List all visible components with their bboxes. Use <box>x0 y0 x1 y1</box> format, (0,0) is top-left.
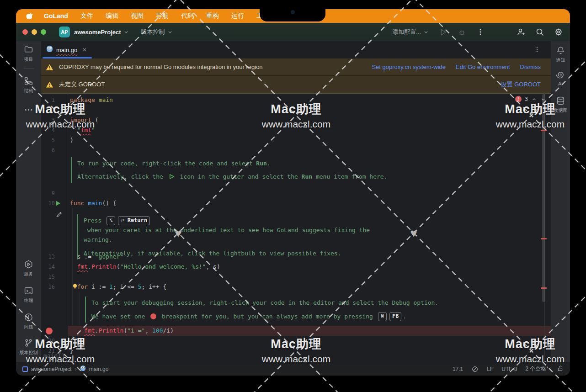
project-selector[interactable]: awesomeProject <box>74 29 121 36</box>
menubar-item-5[interactable]: 代码 <box>181 12 194 20</box>
menubar-item-1[interactable]: 文件 <box>80 12 93 20</box>
problems-icon <box>24 313 33 322</box>
sidebar-item-version-control[interactable]: 版本控制 <box>16 338 41 356</box>
run-main-gutter-icon[interactable] <box>55 200 61 207</box>
error-stripe-mark[interactable] <box>541 238 547 239</box>
inspections-widget[interactable]: ! 3 <box>515 96 546 102</box>
line-separator[interactable]: LF <box>487 366 493 372</box>
chevron-down-icon <box>123 29 129 35</box>
error-count-icon: ! <box>515 96 522 102</box>
code-line: 2 <box>41 105 551 115</box>
tutorial-block: To start your debugging session, right-c… <box>85 297 485 323</box>
project-icon <box>24 45 33 54</box>
menubar-item-7[interactable]: 运行 <box>231 12 244 20</box>
menubar-item-goland[interactable]: GoLand <box>44 12 68 20</box>
scrollbar-thumb[interactable] <box>542 94 545 302</box>
go-gopher-icon <box>80 365 86 373</box>
keyboard-shortcut-chip: ⌥ <box>107 216 115 225</box>
code-line: 10func main() { <box>41 198 551 208</box>
menubar-item-2[interactable]: 编辑 <box>106 12 118 20</box>
code-line: 15 <box>41 272 551 282</box>
run-configuration-selector[interactable]: 添加配置... <box>392 28 429 36</box>
tutorial-text-segment: when your caret is at the underlined tex… <box>84 225 370 235</box>
tab-main-go[interactable]: main.go <box>43 41 92 58</box>
run-icon <box>169 174 175 180</box>
structure-icon <box>24 76 33 86</box>
line-number: 1 <box>41 95 55 105</box>
project-badge: AP <box>59 26 70 37</box>
menubar-item-4[interactable]: 导航 <box>156 12 169 20</box>
menubar-item-3[interactable]: 视图 <box>131 12 144 20</box>
tutorial-text: Alternatively, click the icon in the gut… <box>77 172 470 181</box>
window-titlebar: AP awesomeProject 版本控制 添加配置... <box>16 23 570 41</box>
tutorial-text: Press ⌥⏎ Return when your caret is at th… <box>84 216 404 235</box>
sidebar-item-terminal[interactable]: 终端 <box>16 286 41 304</box>
error-stripe-mark[interactable] <box>541 287 547 289</box>
search-everywhere-button[interactable] <box>535 27 545 37</box>
code-line: 1package main <box>41 95 551 105</box>
sidebar-item-label: 终端 <box>24 297 33 304</box>
close-window-button[interactable] <box>22 29 28 35</box>
sidebar-item-ai-assistant[interactable]: AI <box>551 70 570 86</box>
apple-menu-icon[interactable] <box>26 12 33 20</box>
code-line: 6 <box>41 145 551 155</box>
breadcrumb-project[interactable]: awesomeProject <box>31 366 72 372</box>
indent-style[interactable]: 2 个空格* <box>525 365 549 373</box>
sidebar-item-notifications[interactable]: 通知 <box>551 46 570 64</box>
close-tab-icon[interactable] <box>82 47 87 53</box>
file-encoding[interactable]: UTF-8 <box>501 366 517 372</box>
ai-assistant-icon <box>556 70 565 79</box>
edit-intention-pencil-icon[interactable] <box>56 210 63 217</box>
sidebar-item-structure[interactable]: 结构 <box>16 76 41 94</box>
sidebar-item-services[interactable]: 服务 <box>16 260 41 277</box>
sidebar-item-label: 项目 <box>24 56 33 63</box>
error-stripe-mark[interactable] <box>541 130 547 131</box>
right-tool-window-rail: 通知AI数据库 <box>550 41 570 362</box>
breakpoint-dot[interactable] <box>46 328 53 334</box>
banner-links: Set goproxy.cn system-wide Edit Go envir… <box>372 64 551 70</box>
dismiss-link[interactable]: Dismiss <box>520 64 541 70</box>
tutorial-text-segment: . <box>267 159 271 168</box>
set-goroot-link[interactable]: 设置 GOROOT <box>501 80 541 89</box>
code-with-me-button[interactable] <box>516 27 526 37</box>
edit-go-environment-link[interactable]: Edit Go environment <box>456 64 510 70</box>
code-text: package main <box>70 95 113 105</box>
sidebar-item-problems[interactable]: 问题 <box>16 313 41 330</box>
highlighting-level-icon[interactable] <box>471 366 479 373</box>
tutorial-text: Alternatively, if available, click the l… <box>84 249 404 258</box>
editor-tab-bar: main.go <box>41 41 551 58</box>
tutorial-text: To start your debugging session, right-c… <box>91 298 485 307</box>
settings-button[interactable] <box>554 27 564 37</box>
code-editor[interactable]: 1package main23import (4 "fmt"5)6910func… <box>41 93 551 362</box>
previous-problem-button[interactable] <box>531 96 537 102</box>
left-tool-window-rail: 项目结构服务终端问题版本控制 <box>16 41 42 362</box>
tutorial-text-segment: To run your code, right-click the code a… <box>77 159 256 168</box>
vcs-widget[interactable]: 版本控制 <box>141 28 173 36</box>
tutorial-text: To run your code, right-click the code a… <box>77 159 470 168</box>
caret-position[interactable]: 17:1 <box>453 366 463 372</box>
set-goproxy-link[interactable]: Set goproxy.cn system-wide <box>372 64 446 70</box>
run-button[interactable] <box>438 27 448 37</box>
unlock-icon[interactable] <box>557 365 564 373</box>
maximize-window-button[interactable] <box>41 29 46 35</box>
traffic-lights <box>16 29 50 35</box>
tab-options-button[interactable] <box>533 45 541 55</box>
code-text: fmt.Println("i =", 100/i) <box>70 326 174 336</box>
code-text: } <box>70 336 80 346</box>
code-text: } <box>70 346 74 356</box>
chevron-down-icon <box>423 29 429 35</box>
minimize-window-button[interactable] <box>32 29 37 35</box>
debug-button[interactable] <box>457 27 467 37</box>
sidebar-item-database[interactable]: 数据库 <box>551 96 570 114</box>
tutorial-text-segment: To start your debugging session, right-c… <box>91 298 438 307</box>
goroot-banner: 未定义 GOROOT 设置 GOROOT <box>41 75 551 94</box>
camera-dot <box>291 10 295 14</box>
sidebar-item-project[interactable]: 项目 <box>16 45 41 63</box>
more-actions-button[interactable] <box>475 27 485 37</box>
tutorial-text-segment: We have set one <box>91 312 149 321</box>
breadcrumb-file[interactable]: main.go <box>89 366 109 372</box>
keyboard-shortcut-chip: ⌘ <box>378 312 387 321</box>
sidebar-item-more[interactable] <box>16 105 41 115</box>
menubar-item-6[interactable]: 重构 <box>206 12 219 20</box>
macbook-notch <box>260 0 325 21</box>
